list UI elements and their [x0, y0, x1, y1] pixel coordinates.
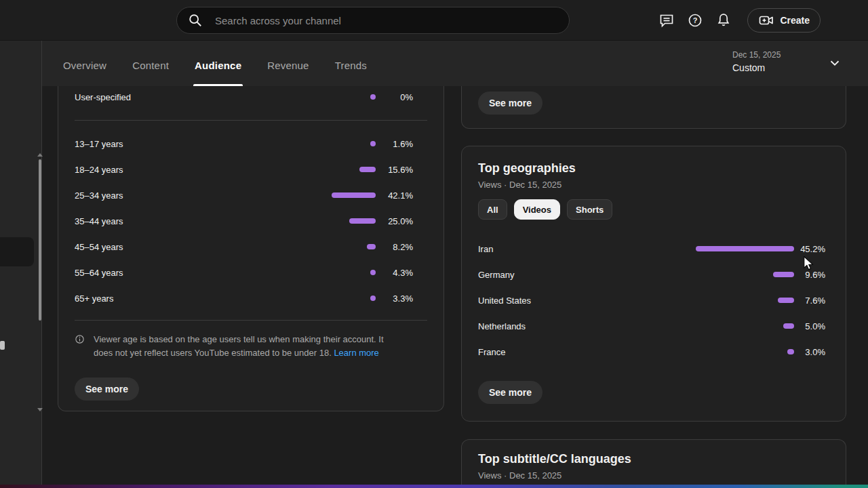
geo-row-percent: 7.6%	[794, 296, 825, 306]
analytics-tab[interactable]: Content	[132, 60, 169, 86]
age-row-percent: 8.2%	[376, 242, 413, 252]
notifications-bell-icon[interactable]	[715, 12, 732, 29]
top-subtitle-cc-card: Top subtitle/CC languages Views · Dec 15…	[461, 439, 846, 488]
age-stat-row: 45–54 years 8.2%	[75, 234, 413, 260]
geo-row-label: Netherlands	[478, 321, 686, 331]
analytics-tab[interactable]: Trends	[335, 60, 367, 86]
feedback-icon[interactable]	[658, 12, 675, 29]
geo-row-label: United States	[478, 296, 686, 306]
channel-search[interactable]	[176, 7, 570, 34]
age-stat-row: 18–24 years 15.6%	[75, 157, 413, 182]
geo-row-percent: 3.0%	[794, 347, 825, 357]
geo-stat-row: Iran 45.2%	[478, 236, 825, 262]
age-row-label: 35–44 years	[75, 216, 267, 226]
search-input[interactable]	[215, 15, 540, 26]
geo-row-bar	[783, 323, 794, 329]
geo-row-percent: 9.6%	[794, 270, 825, 280]
collapsed-sidebar	[0, 41, 42, 488]
age-stat-row: 25–34 years 42.1%	[75, 182, 413, 208]
geo-row-label: Germany	[478, 270, 686, 280]
previous-card-bottom: See more	[461, 86, 846, 129]
create-button-label: Create	[780, 15, 810, 26]
sidebar-selected-item[interactable]	[0, 237, 34, 266]
sidebar-scroll-up-arrow[interactable]	[37, 153, 43, 157]
analytics-tab[interactable]: Audience	[195, 60, 241, 86]
format-chip[interactable]: Videos	[514, 199, 560, 220]
geo-stat-row: Netherlands 5.0%	[478, 313, 825, 339]
learn-more-link[interactable]: Learn more	[334, 348, 378, 358]
age-row-bar	[370, 141, 376, 146]
age-row-label: 25–34 years	[75, 190, 267, 201]
info-icon	[75, 334, 85, 360]
geo-card-subtitle: Views · Dec 15, 2025	[478, 180, 829, 190]
geo-format-chips: All Videos Shorts	[462, 190, 846, 220]
age-user-specified-rows: User-specified 0%	[75, 86, 413, 108]
age-row-label: 45–54 years	[75, 242, 267, 252]
age-row-bar	[370, 270, 376, 275]
geo-card-title: Top geographies	[478, 161, 829, 176]
age-disclaimer-text: Viewer age is based on the age users tel…	[94, 333, 403, 360]
age-stat-row: User-specified 0%	[75, 86, 413, 108]
geo-row-bar	[778, 298, 794, 303]
age-row-label: 13–17 years	[75, 139, 267, 149]
date-range-value: Dec 15, 2025	[732, 50, 781, 60]
age-disclaimer: Viewer age is based on the age users tel…	[58, 321, 443, 360]
age-row-label: 18–24 years	[75, 165, 267, 175]
age-see-more-button[interactable]: See more	[75, 378, 139, 401]
age-row-percent: 4.3%	[376, 268, 413, 278]
format-chip[interactable]: All	[478, 199, 507, 220]
geo-card-header: Top geographies Views · Dec 15, 2025	[462, 146, 846, 190]
geo-stat-row: France 3.0%	[478, 339, 825, 365]
svg-text:?: ?	[693, 16, 698, 24]
geo-see-more-button[interactable]: See more	[478, 381, 542, 404]
date-range-picker[interactable]: Dec 15, 2025 Custom	[692, 41, 868, 86]
geo-row-label: France	[478, 347, 686, 357]
geo-row-bar	[696, 246, 794, 251]
age-row-bar	[370, 296, 376, 301]
create-video-icon	[758, 12, 774, 28]
age-row-percent: 1.6%	[376, 139, 413, 149]
age-stat-row: 13–17 years 1.6%	[75, 131, 413, 157]
geo-stat-row: United States 7.6%	[478, 287, 825, 313]
bottom-gradient-strip	[0, 485, 868, 488]
age-row-label: 55–64 years	[75, 268, 267, 278]
search-icon	[186, 12, 204, 29]
age-stat-row: 35–44 years 25.0%	[75, 208, 413, 234]
age-row-percent: 0%	[376, 92, 413, 102]
sidebar-clipped-glyph	[0, 341, 5, 350]
cc-card-header: Top subtitle/CC languages Views · Dec 15…	[462, 440, 846, 481]
sidebar-scroll-down-arrow[interactable]	[37, 408, 43, 411]
age-row-bar	[367, 244, 376, 249]
geo-row-bar	[773, 272, 794, 277]
top-bar: ? Create	[0, 0, 868, 41]
geo-row-label: Iran	[478, 244, 686, 254]
viewer-age-card: User-specified 0% 13–17 years 1.6%	[58, 86, 444, 411]
analytics-content: User-specified 0% 13–17 years 1.6%	[42, 86, 868, 488]
card-divider	[75, 120, 427, 121]
youtube-studio-analytics-page: ? Create	[0, 0, 868, 488]
previous-card-see-more-button[interactable]: See more	[478, 92, 542, 115]
age-row-percent: 3.3%	[376, 293, 413, 304]
analytics-tab[interactable]: Revenue	[267, 60, 309, 86]
cc-card-subtitle: Views · Dec 15, 2025	[478, 470, 829, 481]
sidebar-scrollbar-thumb[interactable]	[39, 159, 41, 321]
geo-row-percent: 45.2%	[794, 244, 825, 254]
format-chip[interactable]: Shorts	[567, 199, 612, 220]
age-row-bar	[332, 192, 376, 198]
date-range-texts: Dec 15, 2025 Custom	[732, 50, 781, 73]
age-row-bar	[359, 167, 376, 172]
age-row-percent: 42.1%	[376, 190, 413, 201]
analytics-tab-bar: Overview Content Audience Revenue Trends…	[42, 41, 868, 86]
age-row-label: User-specified	[75, 92, 267, 102]
cc-card-title: Top subtitle/CC languages	[478, 452, 829, 466]
geo-row-bar	[787, 349, 794, 354]
age-row-percent: 25.0%	[376, 216, 413, 226]
help-icon[interactable]: ?	[686, 12, 704, 29]
top-geographies-card: Top geographies Views · Dec 15, 2025 All…	[461, 146, 846, 422]
age-stat-row: 55–64 years 4.3%	[75, 260, 413, 285]
create-button[interactable]: Create	[747, 8, 821, 33]
age-row-bar	[349, 218, 376, 224]
age-stat-row: 65+ years 3.3%	[75, 285, 413, 311]
analytics-tab[interactable]: Overview	[63, 60, 106, 86]
chevron-down-icon	[827, 56, 842, 70]
